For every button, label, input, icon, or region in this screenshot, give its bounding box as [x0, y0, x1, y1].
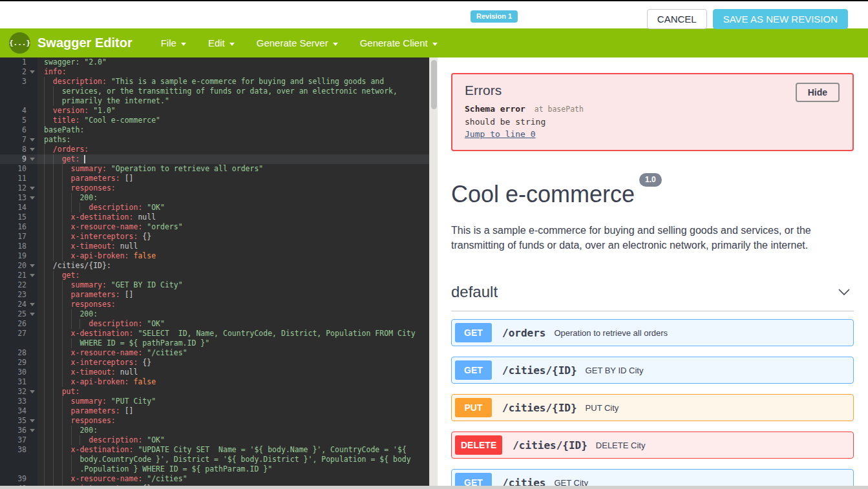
jump-to-line-link[interactable]: Jump to line 0 [465, 128, 536, 140]
editor-line[interactable]: .Population } WHERE ID = ${ pathParam.ID… [0, 464, 429, 474]
editor-line[interactable]: 3description: "This is a sample e-commer… [0, 77, 429, 87]
operation-row[interactable]: DELETE/cities/{ID}DELETE City [451, 432, 854, 459]
editor-line[interactable]: 38x-destination: "UPDATE City SET Name =… [0, 445, 429, 455]
editor-line[interactable]: 19x-api-broken: false [0, 251, 429, 261]
menu-item-file[interactable]: File [161, 37, 186, 48]
fold-arrow-icon[interactable] [30, 148, 35, 151]
operation-row[interactable]: GET/cities/{ID}GET BY ID City [451, 357, 854, 384]
editor-line[interactable]: 30x-timeout: null [0, 368, 429, 377]
errors-title: Errors [465, 83, 840, 98]
editor-line[interactable]: body.CountryCode }', District = '${ body… [0, 455, 429, 464]
fold-arrow-icon[interactable] [30, 429, 35, 432]
chevron-down-icon[interactable] [838, 289, 850, 295]
editor-line[interactable]: 21get: [0, 271, 429, 280]
caret-down-icon [229, 43, 235, 46]
editor-line[interactable]: 9get: [0, 154, 429, 164]
editor-line[interactable]: WHERE ID = ${ pathParam.ID }" [0, 338, 429, 348]
indent-guides [44, 358, 71, 368]
line-number: 34 [0, 406, 37, 416]
editor-line[interactable]: 2info: [0, 67, 429, 77]
editor-line[interactable]: 11parameters: [] [0, 174, 429, 183]
editor-line[interactable]: 15x-destination: null [0, 213, 429, 222]
fold-arrow-icon[interactable] [30, 187, 35, 190]
fold-arrow-icon[interactable] [30, 313, 35, 316]
fold-arrow-icon[interactable] [30, 419, 35, 422]
code-text: /orders: [37, 145, 89, 154]
cancel-button[interactable]: CANCEL [647, 9, 707, 29]
error-message: should be string [465, 116, 840, 128]
code-text: get: [37, 154, 85, 164]
fold-arrow-icon[interactable] [30, 274, 35, 277]
indent-guides [44, 290, 71, 300]
fold-arrow-icon[interactable] [30, 70, 35, 74]
api-docs-panel: Errors Hide Schema error at basePath sho… [438, 57, 868, 489]
caret-down-icon [432, 43, 438, 46]
editor-line[interactable]: 33summary: "PUT City" [0, 397, 429, 406]
fold-arrow-icon[interactable] [30, 196, 35, 200]
indent-guides [44, 77, 53, 87]
editor-line[interactable]: 1swagger: "2.0" [0, 57, 429, 67]
editor-line[interactable]: 6basePath: [0, 125, 429, 135]
editor-line[interactable]: 29x-interceptors: {} [0, 358, 429, 368]
editor-line[interactable]: services, or the transmitting of funds o… [0, 87, 429, 96]
editor-line[interactable]: 25200: [0, 309, 429, 319]
operation-summary: Operation to retrieve all orders [554, 328, 668, 338]
editor-line[interactable]: 39x-resource-name: "/cities" [0, 474, 429, 484]
code-text: x-resource-name: "orders" [37, 222, 183, 232]
indent-guides [44, 96, 62, 106]
editor-line[interactable]: 31x-api-broken: false [0, 377, 429, 387]
editor-line[interactable]: 16x-resource-name: "orders" [0, 222, 429, 232]
line-number: 11 [0, 174, 37, 183]
horizontal-scrollbar[interactable] [0, 486, 868, 489]
editor-line[interactable]: 22summary: "GET BY ID City" [0, 280, 429, 290]
editor-line[interactable]: 24responses: [0, 300, 429, 309]
editor-line[interactable]: 8/orders: [0, 145, 429, 154]
editor-line[interactable]: 27x-destination: "SELECT ID, Name, Count… [0, 329, 429, 338]
editor-line[interactable]: primarily the internet." [0, 96, 429, 106]
line-number: 12 [0, 183, 37, 193]
editor-line[interactable]: 35responses: [0, 416, 429, 426]
editor-line[interactable]: 20/cities/{ID}: [0, 261, 429, 271]
menu-item-generate-client[interactable]: Generate Client [360, 37, 438, 48]
editor-line[interactable]: 5title: "Cool e-commerce" [0, 116, 429, 125]
editor-line[interactable]: 17x-interceptors: {} [0, 232, 429, 242]
editor-line[interactable]: 7paths: [0, 135, 429, 145]
editor-line[interactable]: 28x-resource-name: "/cities" [0, 348, 429, 358]
menu-bar: FileEditGenerate ServerGenerate Client [161, 37, 438, 48]
editor-line[interactable]: 26description: "OK" [0, 319, 429, 329]
fold-arrow-icon[interactable] [30, 303, 35, 306]
fold-arrow-icon[interactable] [30, 158, 35, 161]
yaml-code-editor[interactable]: 1swagger: "2.0"2info:3description: "This… [0, 57, 438, 489]
editor-line[interactable]: 32put: [0, 387, 429, 397]
fold-arrow-icon[interactable] [30, 390, 35, 393]
indent-guides [44, 329, 71, 338]
fold-arrow-icon[interactable] [30, 264, 35, 267]
fold-arrow-icon[interactable] [30, 138, 35, 141]
editor-line[interactable]: 14description: "OK" [0, 203, 429, 213]
hide-errors-button[interactable]: Hide [796, 83, 840, 102]
editor-line[interactable]: 13200: [0, 193, 429, 203]
editor-line[interactable]: 37description: "OK" [0, 435, 429, 445]
editor-line[interactable]: 4version: "1.0" [0, 106, 429, 116]
editor-line[interactable]: 12responses: [0, 183, 429, 193]
editor-line[interactable]: 10summary: "Operation to retrieve all or… [0, 164, 429, 174]
editor-scrollbar-thumb[interactable] [431, 60, 437, 109]
caret-down-icon [333, 43, 338, 46]
editor-line[interactable]: 18x-timeout: null [0, 242, 429, 251]
api-description: This is a sample e-commerce for buying a… [451, 223, 839, 253]
save-as-new-revision-button[interactable]: SAVE AS NEW REVISION [713, 9, 848, 29]
line-number: 20 [0, 261, 37, 271]
operation-row[interactable]: GET/ordersOperation to retrieve all orde… [451, 319, 854, 346]
operation-row[interactable]: PUT/cities/{ID}PUT City [451, 394, 854, 421]
editor-line[interactable]: 36200: [0, 426, 429, 435]
menu-item-edit[interactable]: Edit [208, 37, 235, 48]
indent-guides [44, 271, 62, 280]
line-number: 14 [0, 203, 37, 213]
editor-line[interactable]: 23parameters: [] [0, 290, 429, 300]
editor-line[interactable]: 34parameters: [] [0, 406, 429, 416]
editor-scrollbar[interactable] [429, 57, 438, 489]
tag-section-header[interactable]: default [451, 283, 854, 311]
error-location: at basePath [535, 105, 584, 114]
menu-item-generate-server[interactable]: Generate Server [257, 37, 338, 48]
indent-guides [44, 280, 71, 290]
